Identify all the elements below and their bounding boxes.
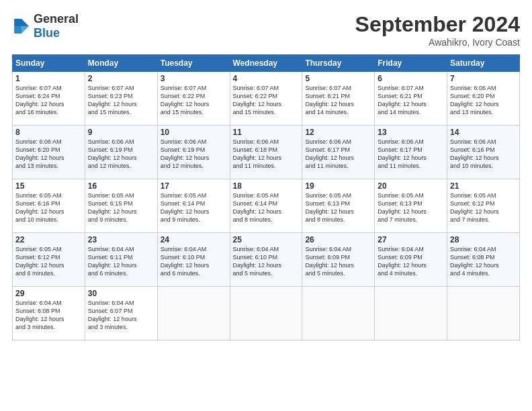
day-number: 24 [161,235,227,244]
day-number: 6 [378,74,444,83]
day-number: 25 [233,235,300,244]
table-row: 18Sunrise: 6:05 AM Sunset: 6:14 PM Dayli… [230,179,302,233]
cell-info: Sunrise: 6:06 AM Sunset: 6:19 PM Dayligh… [88,138,154,171]
logo-text: General Blue [34,12,79,40]
table-row: 14Sunrise: 6:06 AM Sunset: 6:16 PM Dayli… [447,126,520,179]
cell-info: Sunrise: 6:04 AM Sunset: 6:11 PM Dayligh… [88,245,154,278]
table-row: 21Sunrise: 6:05 AM Sunset: 6:12 PM Dayli… [447,179,520,233]
day-number: 18 [233,181,300,191]
table-row: 10Sunrise: 6:06 AM Sunset: 6:19 PM Dayli… [157,126,230,179]
col-monday: Monday [85,55,157,72]
cell-info: Sunrise: 6:05 AM Sunset: 6:13 PM Dayligh… [378,191,444,224]
cell-info: Sunrise: 6:06 AM Sunset: 6:16 PM Dayligh… [450,138,517,171]
day-number: 1 [15,74,82,83]
cell-info: Sunrise: 6:07 AM Sunset: 6:21 PM Dayligh… [378,84,444,117]
col-thursday: Thursday [302,55,375,72]
day-number: 3 [161,74,227,83]
day-number: 27 [378,235,444,244]
table-row: 24Sunrise: 6:04 AM Sunset: 6:10 PM Dayli… [157,233,230,287]
cell-info: Sunrise: 6:07 AM Sunset: 6:21 PM Dayligh… [305,84,371,117]
table-row: 1Sunrise: 6:07 AM Sunset: 6:24 PM Daylig… [13,72,85,126]
col-saturday: Saturday [447,55,520,72]
svg-marker-0 [21,19,29,26]
table-row: 19Sunrise: 6:05 AM Sunset: 6:13 PM Dayli… [302,179,375,233]
cell-info: Sunrise: 6:06 AM Sunset: 6:17 PM Dayligh… [305,138,371,171]
table-row: 3Sunrise: 6:07 AM Sunset: 6:22 PM Daylig… [157,72,230,126]
table-row [230,287,302,340]
col-tuesday: Tuesday [157,55,230,72]
cell-info: Sunrise: 6:07 AM Sunset: 6:23 PM Dayligh… [88,84,154,117]
cell-info: Sunrise: 6:04 AM Sunset: 6:08 PM Dayligh… [450,245,517,278]
day-number: 15 [15,181,82,191]
cell-info: Sunrise: 6:04 AM Sunset: 6:07 PM Dayligh… [88,299,154,332]
table-row: 20Sunrise: 6:05 AM Sunset: 6:13 PM Dayli… [375,179,447,233]
cell-info: Sunrise: 6:04 AM Sunset: 6:09 PM Dayligh… [378,245,444,278]
page: General Blue September 2024 Awahikro, Iv… [0,0,532,411]
day-number: 2 [88,74,154,83]
table-row: 29Sunrise: 6:04 AM Sunset: 6:08 PM Dayli… [13,287,85,340]
svg-marker-1 [21,26,29,34]
table-row: 15Sunrise: 6:05 AM Sunset: 6:16 PM Dayli… [13,179,85,233]
day-number: 7 [450,74,517,83]
day-number: 26 [305,235,371,244]
cell-info: Sunrise: 6:05 AM Sunset: 6:14 PM Dayligh… [233,191,300,224]
month-title: September 2024 [355,12,520,37]
day-number: 12 [305,128,371,137]
cell-info: Sunrise: 6:04 AM Sunset: 6:09 PM Dayligh… [305,245,371,278]
cell-info: Sunrise: 6:05 AM Sunset: 6:14 PM Dayligh… [161,191,227,224]
table-row: 7Sunrise: 6:06 AM Sunset: 6:20 PM Daylig… [447,72,520,126]
cell-info: Sunrise: 6:05 AM Sunset: 6:15 PM Dayligh… [88,191,154,224]
cell-info: Sunrise: 6:07 AM Sunset: 6:22 PM Dayligh… [161,84,227,117]
cell-info: Sunrise: 6:05 AM Sunset: 6:16 PM Dayligh… [15,191,82,224]
table-row: 30Sunrise: 6:04 AM Sunset: 6:07 PM Dayli… [85,287,157,340]
day-number: 21 [450,181,517,191]
cell-info: Sunrise: 6:06 AM Sunset: 6:18 PM Dayligh… [233,138,300,171]
cell-info: Sunrise: 6:05 AM Sunset: 6:12 PM Dayligh… [450,191,517,224]
cell-info: Sunrise: 6:05 AM Sunset: 6:13 PM Dayligh… [305,191,371,224]
table-row: 25Sunrise: 6:04 AM Sunset: 6:10 PM Dayli… [230,233,302,287]
cell-info: Sunrise: 6:07 AM Sunset: 6:24 PM Dayligh… [15,84,82,117]
cell-info: Sunrise: 6:06 AM Sunset: 6:20 PM Dayligh… [15,138,82,171]
logo-general: General [34,12,79,26]
cell-info: Sunrise: 6:06 AM Sunset: 6:17 PM Dayligh… [378,138,444,171]
cell-info: Sunrise: 6:05 AM Sunset: 6:12 PM Dayligh… [15,245,82,278]
table-row: 9Sunrise: 6:06 AM Sunset: 6:19 PM Daylig… [85,126,157,179]
day-number: 19 [305,181,371,191]
day-number: 10 [161,128,227,137]
table-row: 28Sunrise: 6:04 AM Sunset: 6:08 PM Dayli… [447,233,520,287]
day-number: 16 [88,181,154,191]
table-row: 16Sunrise: 6:05 AM Sunset: 6:15 PM Dayli… [85,179,157,233]
col-wednesday: Wednesday [230,55,302,72]
table-row [375,287,447,340]
cell-info: Sunrise: 6:04 AM Sunset: 6:08 PM Dayligh… [15,299,82,332]
calendar-week-row: 22Sunrise: 6:05 AM Sunset: 6:12 PM Dayli… [13,233,520,287]
day-number: 29 [15,289,82,298]
table-row: 12Sunrise: 6:06 AM Sunset: 6:17 PM Dayli… [302,126,375,179]
day-number: 30 [88,289,154,298]
header: General Blue September 2024 Awahikro, Iv… [12,12,520,48]
svg-rect-2 [14,19,21,26]
table-row: 8Sunrise: 6:06 AM Sunset: 6:20 PM Daylig… [13,126,85,179]
table-row: 2Sunrise: 6:07 AM Sunset: 6:23 PM Daylig… [85,72,157,126]
day-number: 17 [161,181,227,191]
table-row [157,287,230,340]
cell-info: Sunrise: 6:06 AM Sunset: 6:20 PM Dayligh… [450,84,517,117]
calendar-week-row: 8Sunrise: 6:06 AM Sunset: 6:20 PM Daylig… [13,126,520,179]
cell-info: Sunrise: 6:04 AM Sunset: 6:10 PM Dayligh… [161,245,227,278]
table-row: 22Sunrise: 6:05 AM Sunset: 6:12 PM Dayli… [13,233,85,287]
day-number: 28 [450,235,517,244]
day-number: 13 [378,128,444,137]
title-section: September 2024 Awahikro, Ivory Coast [355,12,520,48]
logo-blue: Blue [34,26,60,40]
location: Awahikro, Ivory Coast [355,37,520,48]
table-row: 4Sunrise: 6:07 AM Sunset: 6:22 PM Daylig… [230,72,302,126]
day-number: 22 [15,235,82,244]
table-row: 23Sunrise: 6:04 AM Sunset: 6:11 PM Dayli… [85,233,157,287]
cell-info: Sunrise: 6:07 AM Sunset: 6:22 PM Dayligh… [233,84,300,117]
calendar-week-row: 29Sunrise: 6:04 AM Sunset: 6:08 PM Dayli… [13,287,520,340]
day-number: 23 [88,235,154,244]
table-row [302,287,375,340]
col-friday: Friday [375,55,447,72]
calendar-table: Sunday Monday Tuesday Wednesday Thursday… [12,54,520,340]
table-row [447,287,520,340]
